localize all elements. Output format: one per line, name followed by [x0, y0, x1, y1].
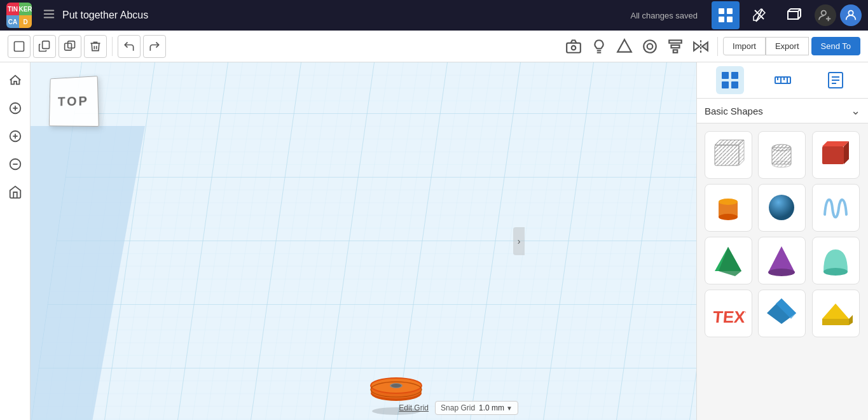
svg-rect-0	[44, 10, 55, 11]
snap-value: 1.0 mm	[479, 403, 504, 412]
svg-rect-58	[731, 81, 738, 88]
copy-clipboard-button[interactable]	[33, 35, 56, 58]
tab-grid-view[interactable]	[716, 66, 744, 94]
svg-line-8	[755, 10, 764, 19]
svg-point-15	[822, 11, 826, 15]
shapes-dropdown-arrow[interactable]: ⌄	[851, 104, 860, 118]
svg-marker-26	[617, 39, 631, 52]
svg-rect-57	[722, 81, 729, 88]
shape-scribble[interactable]	[812, 184, 860, 232]
svg-point-86	[768, 269, 795, 276]
right-panel: Basic Shapes ⌄	[696, 62, 868, 420]
new-button[interactable]	[8, 35, 31, 58]
list-icon[interactable]	[42, 7, 56, 24]
svg-rect-9	[788, 11, 798, 19]
canvas-area[interactable]: TOP ›	[31, 62, 696, 420]
svg-point-18	[848, 11, 853, 15]
toolbar: Import Export Send To	[0, 31, 868, 62]
svg-point-27	[644, 40, 656, 53]
svg-rect-5	[719, 17, 724, 22]
delete-button[interactable]	[84, 35, 107, 58]
tab-ruler-view[interactable]	[769, 66, 797, 94]
shape-cylinder-hole[interactable]	[758, 131, 806, 179]
home-view-button[interactable]	[4, 181, 27, 204]
tab-notes-view[interactable]	[822, 66, 850, 94]
snap-dropdown-arrow: ▼	[506, 405, 513, 412]
logo-bl: CA	[6, 15, 19, 28]
divider2	[717, 37, 718, 56]
hole-button[interactable]	[638, 35, 661, 58]
align-button[interactable]	[664, 35, 687, 58]
canvas-bottom-controls: Edit Grid Snap Grid 1.0 mm ▼	[399, 401, 518, 415]
duplicate-button[interactable]	[59, 35, 81, 58]
svg-rect-44	[31, 62, 696, 420]
pickaxe-nav-button[interactable]	[746, 1, 774, 29]
svg-point-74	[772, 144, 791, 151]
shape-box[interactable]	[812, 131, 860, 179]
panel-collapse-arrow[interactable]: ›	[513, 227, 525, 255]
import-button[interactable]: Import	[723, 37, 766, 55]
shape-roof[interactable]	[812, 290, 860, 337]
svg-rect-20	[43, 41, 50, 48]
logo-tr: KER	[19, 3, 32, 15]
svg-text:TEXT: TEXT	[712, 307, 746, 326]
shape-button[interactable]	[613, 35, 636, 58]
svg-rect-56	[731, 72, 738, 79]
top-view-label: TOP	[48, 76, 106, 134]
top-label-text: TOP	[58, 94, 89, 109]
svg-point-81	[719, 214, 738, 220]
svg-point-82	[769, 195, 794, 220]
bulb-button[interactable]	[588, 35, 610, 58]
svg-point-87	[823, 268, 848, 276]
shapes-title: Basic Shapes	[705, 106, 763, 116]
home-button[interactable]	[4, 69, 27, 92]
user-area	[815, 4, 862, 26]
svg-rect-2	[44, 17, 55, 18]
divider	[112, 37, 113, 56]
snap-value-dropdown[interactable]: 1.0 mm ▼	[479, 403, 513, 412]
save-status: All changes saved	[630, 11, 698, 20]
logo-tl: TIN	[6, 3, 19, 15]
send-to-button[interactable]: Send To	[811, 37, 860, 55]
shape-box-hole[interactable]	[705, 131, 752, 179]
svg-rect-23	[567, 43, 581, 52]
shapes-grid: TEXT	[697, 123, 868, 345]
shape-sphere[interactable]	[758, 184, 806, 232]
svg-rect-76	[822, 146, 844, 164]
svg-rect-6	[727, 17, 733, 22]
svg-point-75	[772, 161, 791, 167]
svg-point-80	[719, 199, 738, 205]
svg-point-28	[647, 43, 653, 49]
svg-marker-85	[768, 246, 795, 272]
snap-grid-label: Snap Grid	[441, 403, 475, 412]
export-button[interactable]: Export	[766, 37, 809, 55]
svg-rect-29	[669, 40, 682, 43]
camera-button[interactable]	[562, 35, 585, 58]
avatar[interactable]	[840, 4, 862, 26]
box-nav-button[interactable]	[780, 1, 808, 29]
shape-text[interactable]: TEXT	[705, 290, 752, 337]
edit-grid-label[interactable]: Edit Grid	[399, 403, 429, 412]
shape-cone[interactable]	[758, 237, 806, 284]
shape-paraboloid[interactable]	[812, 237, 860, 284]
redo-button[interactable]	[143, 35, 166, 58]
shape-cylinder[interactable]	[705, 184, 752, 232]
svg-rect-92	[822, 319, 849, 325]
topbar: TIN KER CA D Put together Abcus All chan…	[0, 0, 868, 31]
add-user-button[interactable]	[815, 4, 836, 26]
shape-star[interactable]	[758, 290, 806, 337]
zoom-out-button[interactable]	[4, 153, 27, 176]
mirror-button[interactable]	[689, 35, 712, 58]
fit-button[interactable]	[4, 97, 27, 120]
svg-point-24	[572, 45, 576, 50]
grid-nav-button[interactable]	[712, 1, 740, 29]
import-export-area: Import Export Send To	[723, 37, 860, 55]
svg-rect-1	[44, 13, 55, 15]
zoom-in-button[interactable]	[4, 125, 27, 148]
logo-br: D	[19, 15, 32, 28]
svg-rect-31	[673, 50, 678, 52]
project-name[interactable]: Put together Abcus	[62, 10, 624, 21]
shapes-header: Basic Shapes ⌄	[697, 99, 868, 123]
undo-button[interactable]	[118, 35, 141, 58]
shape-pyramid[interactable]	[705, 237, 752, 284]
